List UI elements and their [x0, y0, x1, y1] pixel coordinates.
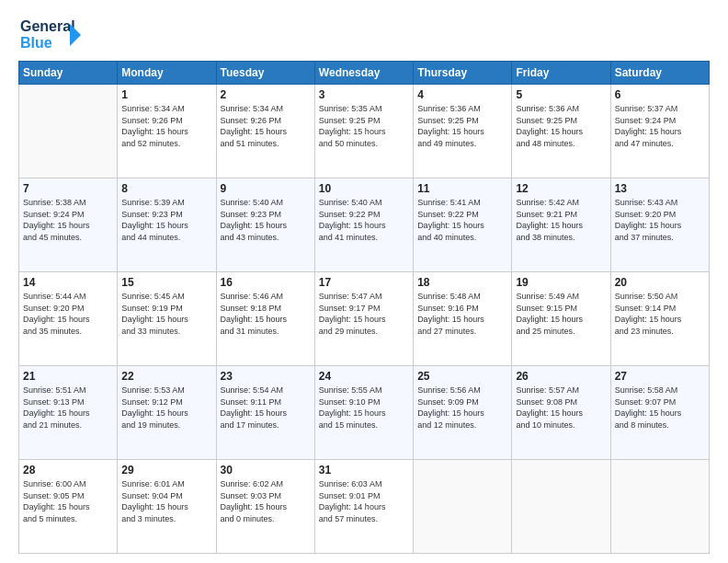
calendar-cell: 10Sunrise: 5:40 AM Sunset: 9:22 PM Dayli…: [314, 178, 413, 272]
calendar-cell: 18Sunrise: 5:48 AM Sunset: 9:16 PM Dayli…: [414, 272, 512, 366]
page: GeneralBlue SundayMondayTuesdayWednesday…: [0, 0, 728, 563]
day-number: 1: [121, 88, 211, 101]
calendar-cell: 23Sunrise: 5:54 AM Sunset: 9:11 PM Dayli…: [216, 366, 314, 460]
svg-marker-2: [70, 24, 81, 46]
cell-info: Sunrise: 5:40 AM Sunset: 9:22 PM Dayligh…: [319, 197, 409, 243]
day-number: 2: [221, 88, 311, 101]
calendar-cell: [414, 460, 512, 554]
cell-info: Sunrise: 5:47 AM Sunset: 9:17 PM Dayligh…: [319, 291, 409, 337]
calendar-header-monday: Monday: [118, 62, 216, 85]
cell-info: Sunrise: 5:39 AM Sunset: 9:23 PM Dayligh…: [121, 197, 211, 243]
day-number: 5: [516, 88, 606, 101]
cell-info: Sunrise: 5:41 AM Sunset: 9:22 PM Dayligh…: [417, 197, 507, 243]
day-number: 31: [319, 464, 409, 477]
day-number: 8: [121, 182, 211, 195]
calendar-cell: 29Sunrise: 6:01 AM Sunset: 9:04 PM Dayli…: [118, 460, 216, 554]
day-number: 6: [615, 88, 705, 101]
cell-info: Sunrise: 5:42 AM Sunset: 9:21 PM Dayligh…: [516, 197, 606, 243]
cell-info: Sunrise: 5:40 AM Sunset: 9:23 PM Dayligh…: [221, 197, 311, 243]
svg-text:Blue: Blue: [20, 35, 52, 51]
day-number: 9: [221, 182, 311, 195]
calendar-header-tuesday: Tuesday: [216, 62, 314, 85]
day-number: 14: [23, 276, 113, 289]
calendar-cell: 26Sunrise: 5:57 AM Sunset: 9:08 PM Dayli…: [512, 366, 610, 460]
day-number: 20: [615, 276, 705, 289]
day-number: 23: [221, 370, 311, 383]
cell-info: Sunrise: 6:01 AM Sunset: 9:04 PM Dayligh…: [121, 478, 211, 524]
day-number: 30: [221, 464, 311, 477]
calendar-cell: 21Sunrise: 5:51 AM Sunset: 9:13 PM Dayli…: [19, 366, 118, 460]
day-number: 21: [23, 370, 113, 383]
calendar-header-row: SundayMondayTuesdayWednesdayThursdayFrid…: [19, 62, 710, 85]
cell-info: Sunrise: 6:03 AM Sunset: 9:01 PM Dayligh…: [319, 478, 409, 524]
calendar-cell: 22Sunrise: 5:53 AM Sunset: 9:12 PM Dayli…: [118, 366, 216, 460]
logo-svg: GeneralBlue: [18, 15, 83, 53]
calendar-header-thursday: Thursday: [414, 62, 512, 85]
calendar-cell: 20Sunrise: 5:50 AM Sunset: 9:14 PM Dayli…: [610, 272, 709, 366]
cell-info: Sunrise: 5:55 AM Sunset: 9:10 PM Dayligh…: [319, 385, 409, 431]
day-number: 25: [417, 370, 507, 383]
cell-info: Sunrise: 6:00 AM Sunset: 9:05 PM Dayligh…: [23, 478, 113, 524]
calendar-cell: 5Sunrise: 5:36 AM Sunset: 9:25 PM Daylig…: [512, 85, 610, 178]
cell-info: Sunrise: 5:57 AM Sunset: 9:08 PM Dayligh…: [516, 385, 606, 431]
cell-info: Sunrise: 5:49 AM Sunset: 9:15 PM Dayligh…: [516, 291, 606, 337]
calendar-cell: 11Sunrise: 5:41 AM Sunset: 9:22 PM Dayli…: [414, 178, 512, 272]
day-number: 18: [417, 276, 507, 289]
day-number: 26: [516, 370, 606, 383]
calendar-cell: 1Sunrise: 5:34 AM Sunset: 9:26 PM Daylig…: [118, 85, 216, 178]
cell-info: Sunrise: 5:37 AM Sunset: 9:24 PM Dayligh…: [615, 103, 705, 149]
cell-info: Sunrise: 5:51 AM Sunset: 9:13 PM Dayligh…: [23, 385, 113, 431]
day-number: 17: [319, 276, 409, 289]
calendar-cell: 12Sunrise: 5:42 AM Sunset: 9:21 PM Dayli…: [512, 178, 610, 272]
cell-info: Sunrise: 5:34 AM Sunset: 9:26 PM Dayligh…: [221, 103, 311, 149]
calendar-week-row: 1Sunrise: 5:34 AM Sunset: 9:26 PM Daylig…: [19, 85, 710, 178]
cell-info: Sunrise: 5:35 AM Sunset: 9:25 PM Dayligh…: [319, 103, 409, 149]
calendar-cell: 24Sunrise: 5:55 AM Sunset: 9:10 PM Dayli…: [314, 366, 413, 460]
cell-info: Sunrise: 5:53 AM Sunset: 9:12 PM Dayligh…: [121, 385, 211, 431]
cell-info: Sunrise: 5:43 AM Sunset: 9:20 PM Dayligh…: [615, 197, 705, 243]
calendar-week-row: 28Sunrise: 6:00 AM Sunset: 9:05 PM Dayli…: [19, 460, 710, 554]
day-number: 11: [417, 182, 507, 195]
day-number: 27: [615, 370, 705, 383]
day-number: 16: [221, 276, 311, 289]
calendar-cell: 17Sunrise: 5:47 AM Sunset: 9:17 PM Dayli…: [314, 272, 413, 366]
calendar-cell: 16Sunrise: 5:46 AM Sunset: 9:18 PM Dayli…: [216, 272, 314, 366]
cell-info: Sunrise: 5:48 AM Sunset: 9:16 PM Dayligh…: [417, 291, 507, 337]
cell-info: Sunrise: 5:50 AM Sunset: 9:14 PM Dayligh…: [615, 291, 705, 337]
calendar-cell: 6Sunrise: 5:37 AM Sunset: 9:24 PM Daylig…: [610, 85, 709, 178]
cell-info: Sunrise: 6:02 AM Sunset: 9:03 PM Dayligh…: [221, 478, 311, 524]
calendar-cell: 31Sunrise: 6:03 AM Sunset: 9:01 PM Dayli…: [314, 460, 413, 554]
cell-info: Sunrise: 5:36 AM Sunset: 9:25 PM Dayligh…: [417, 103, 507, 149]
calendar-cell: 28Sunrise: 6:00 AM Sunset: 9:05 PM Dayli…: [19, 460, 118, 554]
calendar-cell: 2Sunrise: 5:34 AM Sunset: 9:26 PM Daylig…: [216, 85, 314, 178]
calendar-header-saturday: Saturday: [610, 62, 709, 85]
day-number: 19: [516, 276, 606, 289]
calendar-week-row: 14Sunrise: 5:44 AM Sunset: 9:20 PM Dayli…: [19, 272, 710, 366]
cell-info: Sunrise: 5:56 AM Sunset: 9:09 PM Dayligh…: [417, 385, 507, 431]
cell-info: Sunrise: 5:58 AM Sunset: 9:07 PM Dayligh…: [615, 385, 705, 431]
calendar-cell: 15Sunrise: 5:45 AM Sunset: 9:19 PM Dayli…: [118, 272, 216, 366]
cell-info: Sunrise: 5:38 AM Sunset: 9:24 PM Dayligh…: [23, 197, 113, 243]
calendar-cell: 3Sunrise: 5:35 AM Sunset: 9:25 PM Daylig…: [314, 85, 413, 178]
day-number: 22: [121, 370, 211, 383]
logo: GeneralBlue: [18, 15, 83, 53]
calendar-week-row: 21Sunrise: 5:51 AM Sunset: 9:13 PM Dayli…: [19, 366, 710, 460]
day-number: 28: [23, 464, 113, 477]
calendar-cell: 4Sunrise: 5:36 AM Sunset: 9:25 PM Daylig…: [414, 85, 512, 178]
calendar-cell: 19Sunrise: 5:49 AM Sunset: 9:15 PM Dayli…: [512, 272, 610, 366]
day-number: 15: [121, 276, 211, 289]
calendar-cell: [610, 460, 709, 554]
calendar-cell: 8Sunrise: 5:39 AM Sunset: 9:23 PM Daylig…: [118, 178, 216, 272]
cell-info: Sunrise: 5:45 AM Sunset: 9:19 PM Dayligh…: [121, 291, 211, 337]
calendar-cell: 7Sunrise: 5:38 AM Sunset: 9:24 PM Daylig…: [19, 178, 118, 272]
calendar-header-sunday: Sunday: [19, 62, 118, 85]
cell-info: Sunrise: 5:54 AM Sunset: 9:11 PM Dayligh…: [221, 385, 311, 431]
calendar-table: SundayMondayTuesdayWednesdayThursdayFrid…: [18, 61, 710, 554]
day-number: 4: [417, 88, 507, 101]
calendar-cell: [512, 460, 610, 554]
calendar-cell: 9Sunrise: 5:40 AM Sunset: 9:23 PM Daylig…: [216, 178, 314, 272]
calendar-week-row: 7Sunrise: 5:38 AM Sunset: 9:24 PM Daylig…: [19, 178, 710, 272]
svg-text:General: General: [20, 18, 75, 34]
day-number: 10: [319, 182, 409, 195]
day-number: 12: [516, 182, 606, 195]
